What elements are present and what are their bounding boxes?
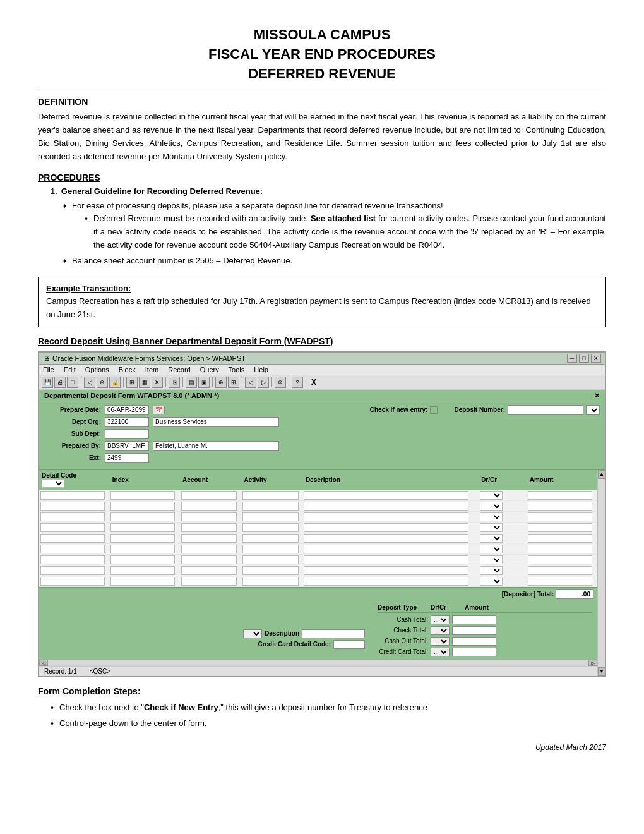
index-cell[interactable] — [110, 491, 175, 500]
cash-out-drcr-select[interactable]: ... — [431, 637, 450, 646]
scroll-right-arrow[interactable]: ▷ — [588, 660, 597, 666]
toolbar-btn-9[interactable]: ✕ — [152, 377, 163, 388]
drcr-cell[interactable] — [480, 512, 503, 521]
index-cell[interactable] — [110, 523, 175, 532]
cash-out-amount-input[interactable] — [452, 637, 496, 646]
cc-total-drcr-select[interactable]: ... — [431, 648, 450, 656]
index-cell[interactable] — [110, 545, 175, 553]
detail-code-cell[interactable] — [40, 566, 105, 575]
description-cell[interactable] — [304, 512, 468, 521]
cash-amount-input[interactable] — [452, 615, 496, 624]
check-drcr-select[interactable]: ... — [431, 626, 450, 635]
toolbar-btn-5[interactable]: ⊕ — [97, 377, 108, 388]
activity-cell[interactable] — [242, 512, 299, 521]
index-cell[interactable] — [110, 555, 175, 564]
cc-description-input[interactable] — [302, 629, 365, 638]
cc-total-amount-input[interactable] — [452, 648, 496, 656]
activity-cell[interactable] — [242, 577, 299, 586]
drcr-cell[interactable] — [480, 502, 503, 511]
amount-cell[interactable] — [528, 502, 592, 511]
deposit-number-select[interactable] — [586, 405, 600, 415]
toolbar-btn-12[interactable]: ▣ — [198, 377, 210, 388]
activity-cell[interactable] — [242, 555, 299, 564]
drcr-cell[interactable] — [480, 534, 503, 543]
toolbar-btn-2[interactable]: 🖨 — [54, 377, 66, 388]
menu-item[interactable]: Item — [145, 366, 158, 373]
cc-detail-code-input[interactable] — [333, 640, 365, 649]
vertical-scrollbar[interactable]: ▲ ▼ — [597, 470, 605, 676]
detail-code-cell[interactable] — [40, 534, 105, 543]
minimize-button[interactable]: ─ — [567, 354, 577, 363]
description-cell[interactable] — [304, 577, 468, 586]
amount-cell[interactable] — [528, 566, 592, 575]
activity-cell[interactable] — [242, 534, 299, 543]
cash-drcr-select[interactable]: ... — [431, 615, 450, 624]
activity-cell[interactable] — [242, 523, 299, 532]
toolbar-btn-18[interactable]: ? — [292, 377, 303, 388]
account-cell[interactable] — [181, 491, 237, 500]
scroll-up-arrow[interactable]: ▲ — [598, 470, 605, 479]
menu-query[interactable]: Query — [200, 366, 219, 373]
amount-cell[interactable] — [528, 491, 592, 500]
cc-select-left[interactable] — [243, 629, 262, 638]
date-picker-icon[interactable]: 📅 — [153, 406, 165, 414]
activity-cell[interactable] — [242, 502, 299, 511]
amount-cell[interactable] — [528, 534, 592, 543]
amount-cell[interactable] — [528, 545, 592, 553]
detail-code-cell[interactable] — [40, 502, 105, 511]
toolbar-btn-6[interactable]: 🔒 — [109, 377, 121, 388]
drcr-cell[interactable] — [480, 545, 503, 553]
detail-code-header-select[interactable] — [42, 479, 64, 488]
horizontal-scrollbar[interactable]: ◁ ▷ — [39, 660, 597, 666]
menu-tools[interactable]: Tools — [229, 366, 245, 373]
detail-code-cell[interactable] — [40, 491, 105, 500]
toolbar-btn-15[interactable]: ◁ — [245, 377, 256, 388]
toolbar-btn-10[interactable]: ⎘ — [169, 377, 180, 388]
toolbar-btn-3[interactable]: □ — [67, 377, 78, 388]
check-amount-input[interactable] — [452, 626, 496, 635]
index-cell[interactable] — [110, 512, 175, 521]
dept-org-input[interactable] — [105, 417, 149, 427]
sub-dept-input[interactable] — [105, 429, 149, 439]
toolbar-btn-13[interactable]: ⊕ — [215, 377, 227, 388]
banner-menu-bar[interactable]: File Edit Options Block Item Record Quer… — [39, 365, 605, 375]
activity-cell[interactable] — [242, 491, 299, 500]
amount-cell[interactable] — [528, 523, 592, 532]
banner-win-controls[interactable]: ─ □ ✕ — [567, 354, 601, 363]
drcr-cell[interactable] — [480, 555, 503, 564]
activity-cell[interactable] — [242, 566, 299, 575]
menu-help[interactable]: Help — [254, 366, 268, 373]
description-cell[interactable] — [304, 555, 468, 564]
description-cell[interactable] — [304, 566, 468, 575]
description-cell[interactable] — [304, 502, 468, 511]
menu-options[interactable]: Options — [85, 366, 109, 373]
ext-input[interactable] — [105, 453, 149, 463]
menu-file[interactable]: File — [43, 366, 54, 373]
amount-cell[interactable] — [528, 512, 592, 521]
toolbar-btn-16[interactable]: ▷ — [258, 377, 269, 388]
account-cell[interactable] — [181, 566, 237, 575]
scroll-down-arrow[interactable]: ▼ — [598, 667, 605, 676]
prepare-date-input[interactable] — [105, 405, 149, 415]
index-cell[interactable] — [110, 534, 175, 543]
toolbar-btn-1[interactable]: 💾 — [42, 377, 53, 388]
scroll-v-track[interactable] — [598, 479, 605, 667]
drcr-cell[interactable] — [480, 523, 503, 532]
toolbar-btn-8[interactable]: ▦ — [139, 377, 150, 388]
menu-edit[interactable]: Edit — [64, 366, 76, 373]
index-cell[interactable] — [110, 502, 175, 511]
activity-cell[interactable] — [242, 545, 299, 553]
index-cell[interactable] — [110, 577, 175, 586]
description-cell[interactable] — [304, 523, 468, 532]
toolbar-btn-11[interactable]: ▤ — [186, 377, 197, 388]
account-cell[interactable] — [181, 523, 237, 532]
prepared-by-input[interactable] — [105, 441, 149, 451]
detail-code-cell[interactable] — [40, 512, 105, 521]
description-cell[interactable] — [304, 491, 468, 500]
toolbar-btn-7[interactable]: ⊞ — [126, 377, 138, 388]
toolbar-btn-17[interactable]: ⊗ — [275, 377, 286, 388]
account-cell[interactable] — [181, 577, 237, 586]
form-close-icon[interactable]: ✕ — [594, 392, 600, 400]
menu-record[interactable]: Record — [168, 366, 190, 373]
index-cell[interactable] — [110, 566, 175, 575]
